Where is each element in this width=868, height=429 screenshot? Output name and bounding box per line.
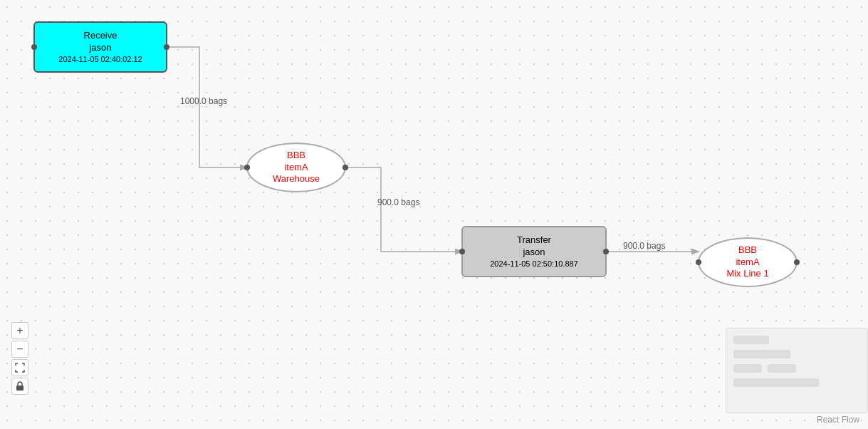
warehouse-label-line1: BBB	[287, 150, 305, 162]
flow-canvas[interactable]: 1000.0 bags 900.0 bags 900.0 bags Receiv…	[0, 0, 868, 429]
warehouse-label-line3: Warehouse	[273, 173, 320, 185]
edge3-label: 900.0 bags	[623, 241, 665, 251]
minimap-bar-4	[768, 364, 796, 373]
mixline-label-line2: itemA	[736, 257, 759, 269]
receive-label-line1: Receive	[84, 30, 117, 42]
receive-left-handle	[31, 44, 37, 50]
svg-rect-0	[16, 386, 23, 391]
transfer-right-handle	[603, 249, 609, 254]
edge1-label: 1000.0 bags	[180, 96, 227, 106]
zoom-in-button[interactable]: +	[11, 322, 28, 339]
mixline-left-handle	[696, 259, 701, 265]
fit-view-button[interactable]	[11, 359, 28, 376]
transfer-label-line3: 2024-11-05 02:50:10.887	[490, 259, 578, 269]
warehouse-left-handle	[244, 165, 250, 170]
transfer-left-handle	[459, 249, 465, 254]
transfer-label-line1: Transfer	[517, 234, 551, 247]
mixline-label-line1: BBB	[738, 244, 757, 257]
minimap-bar-1	[733, 336, 769, 344]
receive-node[interactable]: Receive jason 2024-11-05 02:40:02.12	[33, 21, 167, 73]
warehouse-node[interactable]: BBB itemA Warehouse	[246, 143, 346, 192]
warehouse-right-handle	[343, 165, 348, 170]
lock-button[interactable]	[11, 378, 28, 395]
warehouse-label-line2: itemA	[284, 162, 308, 174]
transfer-node[interactable]: Transfer jason 2024-11-05 02:50:10.887	[461, 226, 607, 277]
minimap-bar-2	[733, 350, 790, 358]
receive-right-handle	[164, 44, 169, 50]
zoom-out-button[interactable]: −	[11, 341, 28, 358]
controls-panel: + −	[11, 322, 28, 395]
minimap	[726, 328, 868, 413]
edge2-label: 900.0 bags	[377, 197, 419, 207]
mixline-right-handle	[794, 259, 800, 265]
transfer-label-line2: jason	[523, 247, 545, 259]
mixline-node[interactable]: BBB itemA Mix Line 1	[698, 237, 798, 287]
minimap-bar-3	[733, 364, 762, 373]
minimap-bar-5	[733, 378, 819, 387]
receive-label-line2: jason	[89, 42, 111, 54]
receive-label-line3: 2024-11-05 02:40:02.12	[58, 54, 142, 64]
mixline-label-line3: Mix Line 1	[726, 268, 768, 280]
react-flow-watermark: React Flow	[817, 415, 859, 425]
